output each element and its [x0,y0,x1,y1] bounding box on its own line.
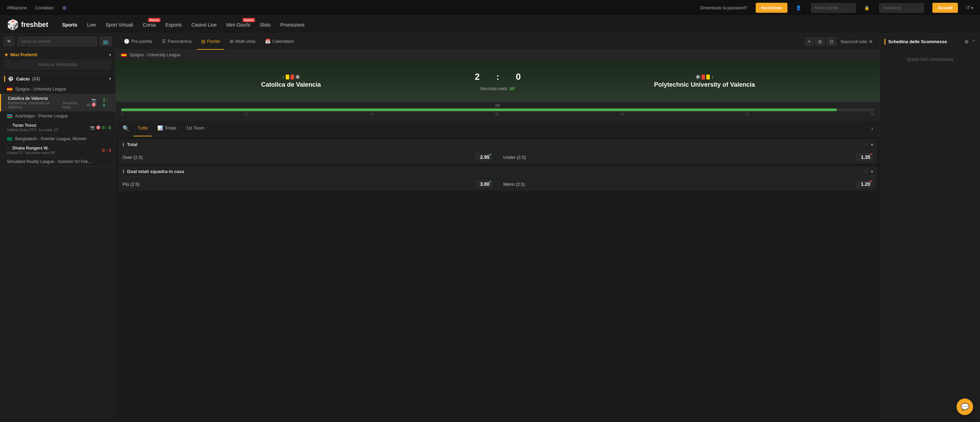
trend-down-under [870,153,872,155]
odds-value-meno[interactable]: 1.20 [856,180,873,188]
favorites-header[interactable]: ★ Miei Preferiti ▾ [4,52,111,58]
trend-up-piu [489,181,492,182]
affiliazione-link[interactable]: Affiliazione [7,6,27,10]
collapse-btn-total[interactable]: ▾ [871,142,873,147]
contattaci-link[interactable]: Contattaci [35,6,54,10]
nav-item-mini-giochi[interactable]: Mini GiochiNuovo [226,17,250,33]
odds-row-goal-casa: Più (2.5) 3.80 Meno (2.5) 1.20 [118,177,877,191]
password-input[interactable] [879,3,924,13]
odds-value-over[interactable]: 2.95 [475,153,492,161]
sport-header-calcio[interactable]: ⚽ Calcio (11) ▾ [0,73,115,85]
odds-label-piu: Più (2.5) [123,182,475,187]
hide-all-button[interactable]: Nascondi tutto 👁 [838,38,876,46]
odds-value-piu[interactable]: 3.80 [475,180,492,188]
view-grid-button[interactable]: ⊞ [815,37,825,46]
nav-item-casino-live[interactable]: Casinò Live [191,17,217,33]
no-selected-text: Nessuna Selezionata [4,59,111,70]
betting-tabs-bar: 🔍 Tutte 📊 Totale 1st Team › [116,120,880,136]
view-list-button[interactable]: ≡ [805,37,814,46]
fav-star-dhaka[interactable]: ☆ [7,146,10,150]
expand-icon[interactable]: ⌃ [972,39,976,45]
info-icon-total[interactable]: ℹ [123,142,124,147]
match-score-area: ↕ ⚽ Catolica de Valencia 2 : 0 [116,61,880,102]
info-icon-goal-casa[interactable]: ℹ [123,169,124,174]
tab-calendario[interactable]: 📅 Calendario [261,34,298,50]
partite-icon: ▤ [201,39,205,44]
match-team1-turan: Turan Tovuz [13,123,37,128]
bet-tab-1st-team[interactable]: 1st Team [182,120,209,136]
flag-match-es [121,53,127,57]
goal-icon-t2: ⚽ [695,75,700,80]
language-selector[interactable]: IT ▾ [966,6,973,10]
betslip: Schedina delle Scommesse ⚙ ⌃ Quota Non S… [880,34,980,419]
logo-text: freshbet [21,21,48,29]
team2-section: ⚽ ↕ Polytechnic University of Valencia [535,74,874,88]
yellow-card-t2 [706,75,710,80]
match-item-turan[interactable]: ☆ Turan Tovuz Neftchi Baku PFC 1a metà 1… [0,121,115,134]
tab-partite[interactable]: ▤ Partite [197,34,224,50]
chat-button[interactable]: 💬 [956,398,973,415]
user-icon: 👤 [796,5,801,10]
timeline-area: HT 0 15 30 45 60 75 90 [116,102,880,120]
sport-icon: ⚽ [8,76,13,82]
register-button[interactable]: Iscrizione [756,3,788,13]
nav-item-esports[interactable]: Esports [165,17,181,33]
username-input[interactable] [811,3,856,13]
star-icon: ★ [4,52,8,58]
search-bet-button[interactable]: 🔍 [120,125,132,131]
favorites-label: Miei Preferiti [10,52,37,58]
league-item-srl[interactable]: Simulated Reality League - Summer Srl Fr… [0,157,115,166]
timeline-markers: 0 15 30 45 60 75 90 [121,112,874,116]
nav-item-slots[interactable]: Slots [260,17,270,33]
login-button[interactable]: Accedi [932,3,958,13]
bet-tab-totale[interactable]: 📊 Totale [153,120,181,136]
gear-icon[interactable]: ⚙ [964,39,969,45]
match-score-catolica: 2 : 0 [103,98,111,108]
league-item-spagna[interactable]: Spagna - University League [0,85,115,94]
favorite-star-total[interactable]: ☆ [864,142,868,147]
view-compact-button[interactable]: ⊟ [826,37,837,46]
league-item-bangladesh[interactable]: Bangladesh - Premier League, Women [0,134,115,144]
score-colon: : [496,72,499,82]
odds-value-under[interactable]: 1.35 [856,153,873,161]
eye-button[interactable]: 👁 [3,37,14,46]
lock-icon: 🔒 [864,5,870,10]
match-status-dhaka: Seconda metà [25,150,49,155]
section-title-goal-casa: Goal totali squadra in casa [127,169,861,174]
team1-section: ↕ ⚽ Catolica de Valencia [121,74,461,88]
sport-count: (11) [32,76,40,81]
betting-tabs-more[interactable]: › [869,125,876,131]
betslip-header: Schedina delle Scommesse ⚙ ⌃ [880,34,980,50]
match-score-dhaka: 0 : 3 [102,148,111,153]
clock-icon: 🕐 [124,39,129,44]
search-input[interactable] [17,37,97,46]
bet-tab-tutte[interactable]: Tutte [134,120,152,136]
odds-section-total: ℹ Total ☆ ▾ Over (2.5) 2.95 Under (2.5) [118,139,877,164]
nav-item-corsa[interactable]: CorsaNuovo [143,17,156,33]
match-minute-dhaka: 86' [51,150,56,155]
tab-panoramica[interactable]: ☰ Panoramica [158,34,196,50]
nav-item-sport-virtuali[interactable]: Sport Virtuali [106,17,133,33]
nav-item-promozioni[interactable]: Promozioni [280,17,304,33]
flag-bd [7,137,13,141]
nav-item-live[interactable]: Live [87,17,96,33]
view-icons: ≡ ⊞ ⊟ [805,37,837,46]
match-item-dhaka[interactable]: ☆ Dhaka Rangers W. Uttara FC Seconda met… [0,144,115,157]
match-item-catolica[interactable]: Catolica de Valencia Polytechnic Univers… [0,94,115,112]
status-half: Seconda metà [480,86,507,91]
league-item-azerbaijan[interactable]: Azerbaijan - Premier League [0,112,115,121]
main-layout: 👁 📺 ★ Miei Preferiti ▾ Nessuna Seleziona… [0,34,980,419]
odds-row-total-over: Over (2.5) 2.95 Under (2.5) 1.35 [118,150,877,164]
fav-star-turan[interactable]: ☆ [7,123,10,128]
goal-icon-t1: ⚽ [295,75,300,80]
tab-multi-vista[interactable]: ⊞ Multi-vista [226,34,260,50]
match-team2-turan: Neftchi Baku PFC [7,128,37,132]
nav-item-sports[interactable]: Sports [62,17,77,33]
favorite-star-goal-casa[interactable]: ☆ [864,169,868,174]
red-card-t1 [291,75,294,80]
tab-pre-partita[interactable]: 🕐 Pre-partita [120,34,156,50]
tv-button[interactable]: 📺 [100,37,112,46]
odds-content: ℹ Total ☆ ▾ Over (2.5) 2.95 Under (2.5) [116,136,880,419]
collapse-btn-goal-casa[interactable]: ▾ [871,169,873,174]
mini-giochi-badge: Nuovo [243,18,255,22]
